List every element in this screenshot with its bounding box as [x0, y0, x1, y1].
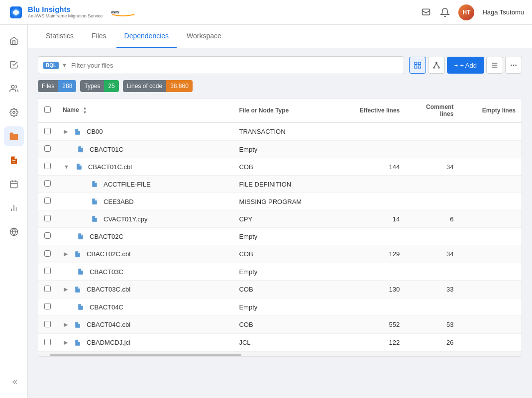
row-checkbox[interactable] — [44, 303, 51, 309]
row-checkbox[interactable] — [44, 339, 51, 345]
sidebar-item-folder[interactable] — [4, 126, 24, 146]
row-name-text: CBADMCDJ.jcl — [87, 339, 130, 346]
table-row: CBACT02C Empty — [38, 228, 522, 245]
tab-files[interactable]: Files — [84, 25, 114, 48]
svg-rect-5 — [423, 9, 430, 15]
row-empty-cell — [459, 263, 522, 281]
row-checkbox-cell — [38, 245, 57, 263]
more-options-btn[interactable] — [505, 57, 522, 74]
svg-rect-21 — [415, 66, 417, 68]
sort-icon[interactable]: ▲▼ — [83, 106, 87, 115]
row-name: CBACT01C — [63, 145, 227, 153]
sidebar-item-globe[interactable] — [4, 222, 24, 242]
sidebar-item-checklist[interactable] — [4, 55, 24, 75]
filter-input[interactable] — [71, 62, 399, 69]
tab-workspace[interactable]: Workspace — [179, 25, 229, 48]
sidebar-expand-btn[interactable] — [4, 372, 24, 392]
row-checkbox[interactable] — [44, 268, 51, 274]
row-name-cell: CBACT04C — [57, 298, 233, 316]
horizontal-scrollbar[interactable] — [38, 352, 522, 357]
svg-point-33 — [515, 65, 517, 66]
expand-btn[interactable]: ▶ — [63, 338, 69, 347]
row-comment-cell — [406, 193, 459, 210]
avatar-initials: HT — [462, 9, 470, 16]
row-name: ▶ CB00 — [63, 127, 227, 136]
row-comment-cell — [406, 263, 459, 281]
sidebar-item-chart[interactable] — [4, 198, 24, 218]
expand-btn[interactable]: ▶ — [63, 285, 69, 294]
table-wrapper: Name ▲▼ File or Node Type Effective line… — [38, 98, 522, 357]
table-row: ▶ CBACT02C.cbl COB 129 34 — [38, 245, 522, 263]
file-icon — [77, 268, 85, 276]
brand-name: Blu Insights — [28, 5, 103, 14]
file-icon — [77, 303, 85, 311]
row-checkbox[interactable] — [44, 180, 51, 187]
file-icon — [74, 286, 82, 294]
row-comment-cell: 34 — [406, 245, 459, 263]
row-type-cell: COB — [233, 245, 334, 263]
columns-btn[interactable] — [486, 57, 503, 74]
row-checkbox[interactable] — [44, 215, 51, 221]
row-empty-cell — [459, 193, 522, 210]
row-name: ▶ CBACT04C.cbl — [63, 320, 227, 329]
sidebar-item-doc[interactable] — [4, 150, 24, 170]
svg-rect-10 — [10, 181, 17, 188]
sidebar-item-users[interactable] — [4, 79, 24, 99]
add-btn[interactable]: + + Add — [447, 57, 484, 74]
row-checkbox[interactable] — [44, 250, 51, 257]
grid-view-btn[interactable] — [409, 57, 426, 74]
row-checkbox-cell — [38, 210, 57, 228]
avatar[interactable]: HT — [458, 4, 474, 20]
row-effective-cell: 129 — [335, 245, 406, 263]
table-row: CEE3ABD MISSING PROGRAM — [38, 193, 522, 210]
row-name-text: CBACT01C.cbl — [88, 163, 132, 171]
tag-files: Files 288 — [38, 80, 76, 92]
svg-point-31 — [511, 65, 512, 66]
row-checkbox[interactable] — [44, 232, 51, 239]
row-comment-cell — [406, 141, 459, 158]
diagram-view-btn[interactable] — [428, 57, 445, 74]
row-checkbox[interactable] — [44, 321, 51, 327]
tab-dependencies[interactable]: Dependencies — [116, 25, 177, 48]
row-name-cell: ▶ CB00 — [57, 123, 233, 141]
row-empty-cell — [459, 158, 522, 176]
notification-icon[interactable] — [439, 7, 450, 18]
row-checkbox[interactable] — [44, 163, 51, 169]
row-effective-cell: 14 — [335, 210, 406, 228]
row-name-text: CBACT02C.cbl — [87, 250, 130, 258]
row-checkbox-cell — [38, 334, 57, 352]
select-all-checkbox[interactable] — [44, 106, 51, 113]
row-checkbox[interactable] — [44, 145, 51, 152]
message-icon[interactable] — [421, 7, 431, 18]
tag-types-label: Types — [80, 80, 104, 92]
tags-row: Files 288 Types 25 Lines of code 38,860 — [38, 80, 522, 92]
hscroll-thumb[interactable] — [50, 354, 241, 357]
collapse-btn[interactable]: ▼ — [63, 163, 70, 171]
file-icon — [77, 145, 85, 153]
row-checkbox[interactable] — [44, 198, 51, 204]
row-checkbox[interactable] — [44, 128, 51, 134]
sidebar — [0, 25, 28, 398]
file-icon — [74, 321, 82, 329]
row-name-text: CVACT01Y.cpy — [104, 215, 147, 223]
row-empty-cell — [459, 281, 522, 298]
row-name: CBACT02C — [63, 232, 227, 240]
row-comment-cell: 6 — [406, 210, 459, 228]
tag-files-value: 288 — [58, 80, 76, 92]
tab-statistics[interactable]: Statistics — [38, 25, 82, 48]
row-empty-cell — [459, 245, 522, 263]
svg-rect-19 — [415, 62, 417, 65]
header-name[interactable]: Name ▲▼ — [57, 99, 233, 123]
sidebar-item-home[interactable] — [4, 31, 24, 51]
row-empty-cell — [459, 334, 522, 352]
expand-btn[interactable]: ▶ — [63, 250, 69, 258]
expand-btn[interactable]: ▶ — [63, 127, 69, 136]
row-checkbox-cell — [38, 316, 57, 334]
row-checkbox[interactable] — [44, 286, 51, 292]
sidebar-item-calendar[interactable] — [4, 174, 24, 194]
svg-point-24 — [433, 67, 435, 68]
row-checkbox-cell — [38, 123, 57, 141]
expand-btn[interactable]: ▶ — [63, 320, 69, 329]
sidebar-item-settings[interactable] — [4, 102, 24, 122]
brand-tagline: An AWS Mainframe Migration Service — [28, 14, 103, 19]
